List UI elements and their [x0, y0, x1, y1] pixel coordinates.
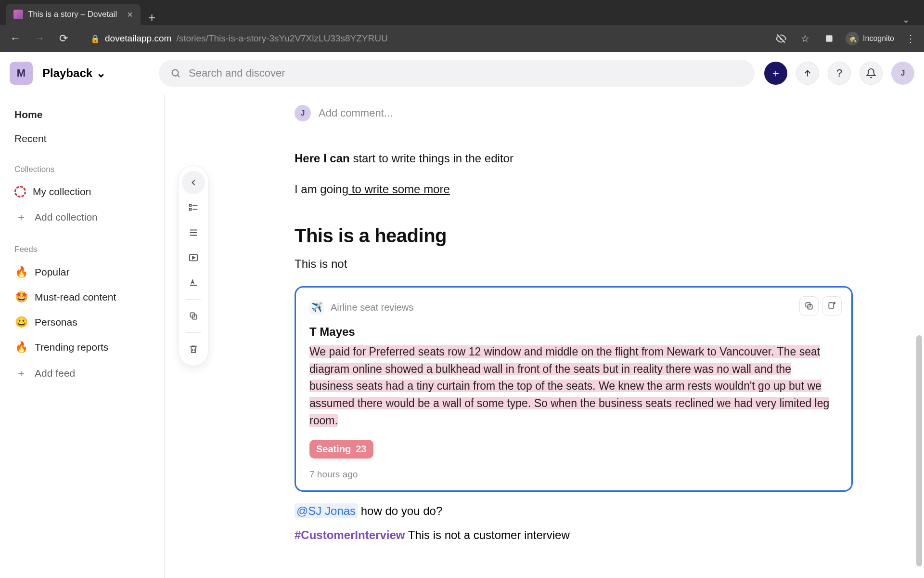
quote-card[interactable]: ✈️ Airline seat reviews T Mayes We paid … [295, 286, 853, 492]
sidebar-item-label: Popular [35, 266, 69, 278]
extensions-icon[interactable] [821, 31, 837, 46]
url-path: /stories/This-is-a-story-3sYu2V7XlzLU33s… [176, 33, 387, 44]
plain-text: start to write things in the editor [350, 152, 513, 165]
upload-button[interactable] [796, 62, 819, 85]
editor-hashtag-line[interactable]: #CustomerInterview This is not a custome… [295, 528, 853, 542]
incognito-label: Incognito [863, 34, 894, 43]
sidebar-item-label: Must-read content [35, 291, 116, 303]
plain-text: how do you do? [358, 504, 442, 517]
eye-off-icon[interactable] [773, 31, 789, 46]
add-collection-button[interactable]: ＋ Add collection [8, 205, 156, 229]
scrollbar-thumb[interactable] [916, 335, 922, 566]
editor-heading[interactable]: This is a heading [295, 225, 853, 247]
toolbar-text-style-button[interactable] [182, 271, 205, 294]
svg-rect-9 [829, 302, 834, 308]
svg-point-1 [172, 70, 179, 76]
editor-mention-line[interactable]: @SJ Jonas how do you do? [295, 504, 853, 518]
toolbar-video-button[interactable] [182, 246, 205, 269]
editor-line-2[interactable]: I am going to write some more [295, 181, 853, 198]
toolbar-separator [186, 332, 201, 333]
search-placeholder: Search and discover [189, 67, 285, 79]
toolbar-separator [186, 299, 201, 300]
sidebar-item-label: Trending reports [35, 342, 108, 353]
add-collection-label: Add collection [35, 211, 98, 223]
main-content: J Add comment... Here I can start to wri… [165, 94, 924, 578]
editor-subline[interactable]: This is not [295, 255, 853, 273]
browser-chrome: This is a story – Dovetail × + ⌄ ← → ⟳ 🔒… [0, 0, 924, 52]
url-field[interactable]: 🔒 dovetailapp.com/stories/This-is-a-stor… [82, 29, 397, 48]
toolbar-copy-button[interactable] [182, 304, 205, 328]
tabs-chevron-down-icon[interactable]: ⌄ [894, 14, 918, 25]
lock-icon: 🔒 [90, 34, 100, 43]
user-avatar[interactable]: J [891, 62, 914, 85]
open-quote-button[interactable] [822, 296, 842, 315]
plus-icon: ＋ [770, 66, 781, 80]
sidebar-item-popular[interactable]: 🔥 Popular [8, 261, 156, 283]
url-host: dovetailapp.com [105, 33, 171, 44]
copy-quote-button[interactable] [799, 296, 819, 315]
workspace-badge[interactable]: M [10, 62, 33, 85]
plain-text: This is not a customer interview [405, 528, 569, 541]
workspace-name: Playback [42, 66, 92, 80]
user-mention[interactable]: @SJ Jonas [295, 503, 358, 518]
fire-icon: 🔥 [14, 266, 28, 278]
comment-avatar: J [295, 105, 311, 121]
tab-strip: This is a story – Dovetail × + ⌄ [0, 0, 924, 25]
quote-source[interactable]: ✈️ Airline seat reviews [309, 300, 838, 315]
workspace-switcher[interactable]: Playback ⌄ [42, 66, 106, 80]
close-tab-icon[interactable]: × [127, 9, 133, 20]
plain-text: I am going [295, 183, 348, 196]
sidebar-item-home[interactable]: Home [8, 104, 156, 125]
quote-tags: Seating 23 [309, 440, 838, 459]
bold-text: Here I can [295, 152, 350, 165]
sidebar-item-label: Personas [35, 316, 77, 328]
comment-input-row[interactable]: J Add comment... [295, 94, 853, 136]
quote-timestamp: 7 hours ago [309, 469, 838, 480]
quote-author: T Mayes [309, 325, 838, 339]
chevron-down-icon: ⌄ [96, 66, 106, 80]
sidebar: Home Recent Collections My collection ＋ … [0, 94, 165, 578]
toolbar-delete-button[interactable] [182, 338, 205, 361]
new-tab-button[interactable]: + [141, 10, 163, 25]
star-icon[interactable]: ☆ [797, 31, 813, 46]
block-toolbar [178, 166, 209, 366]
star-eyes-icon: 🤩 [14, 291, 28, 303]
svg-rect-0 [826, 35, 832, 41]
incognito-icon: 🕵️ [846, 32, 859, 45]
tab-title: This is a story – Dovetail [28, 10, 117, 19]
forward-button[interactable]: → [30, 29, 49, 48]
toolbar-back-button[interactable] [182, 171, 205, 194]
sidebar-item-must-read[interactable]: 🤩 Must-read content [8, 286, 156, 308]
sidebar-item-personas[interactable]: 😀 Personas [8, 311, 156, 333]
sidebar-item-my-collection[interactable]: My collection [8, 181, 156, 202]
app-shell: M Playback ⌄ Search and discover ＋ ? J [0, 52, 924, 578]
tag-count: 23 [356, 444, 366, 455]
tag-chip-seating[interactable]: Seating 23 [309, 440, 373, 459]
reload-button[interactable]: ⟳ [54, 29, 73, 48]
app-header: M Playback ⌄ Search and discover ＋ ? J [0, 52, 924, 94]
address-bar: ← → ⟳ 🔒 dovetailapp.com/stories/This-is-… [0, 25, 924, 52]
hashtag[interactable]: #CustomerInterview [295, 528, 405, 541]
help-button[interactable]: ? [828, 62, 851, 85]
add-feed-button[interactable]: ＋ Add feed [8, 361, 156, 385]
collection-icon [14, 186, 26, 197]
incognito-indicator[interactable]: 🕵️ Incognito [846, 32, 894, 45]
sidebar-item-trending[interactable]: 🔥 Trending reports [8, 336, 156, 358]
browser-tab[interactable]: This is a story – Dovetail × [6, 4, 141, 25]
editor-line-1[interactable]: Here I can start to write things in the … [295, 150, 853, 167]
search-input[interactable]: Search and discover [159, 60, 755, 87]
kebab-menu-icon[interactable]: ⋮ [903, 31, 918, 46]
create-button[interactable]: ＋ [764, 62, 787, 85]
toolbar-paragraph-button[interactable] [182, 221, 205, 244]
toolbar-list-button[interactable] [182, 196, 205, 219]
sidebar-section-collections: Collections [8, 152, 156, 178]
highlighted-text: We paid for Preferred seats row 12 windo… [309, 345, 829, 427]
notifications-button[interactable] [860, 62, 883, 85]
quote-source-label: Airline seat reviews [331, 302, 413, 313]
sidebar-item-recent[interactable]: Recent [8, 128, 156, 149]
comment-placeholder: Add comment... [319, 107, 393, 119]
sidebar-item-label: My collection [33, 186, 91, 197]
fire-icon: 🔥 [14, 341, 28, 354]
back-button[interactable]: ← [6, 29, 25, 48]
tag-label: Seating [316, 444, 351, 455]
